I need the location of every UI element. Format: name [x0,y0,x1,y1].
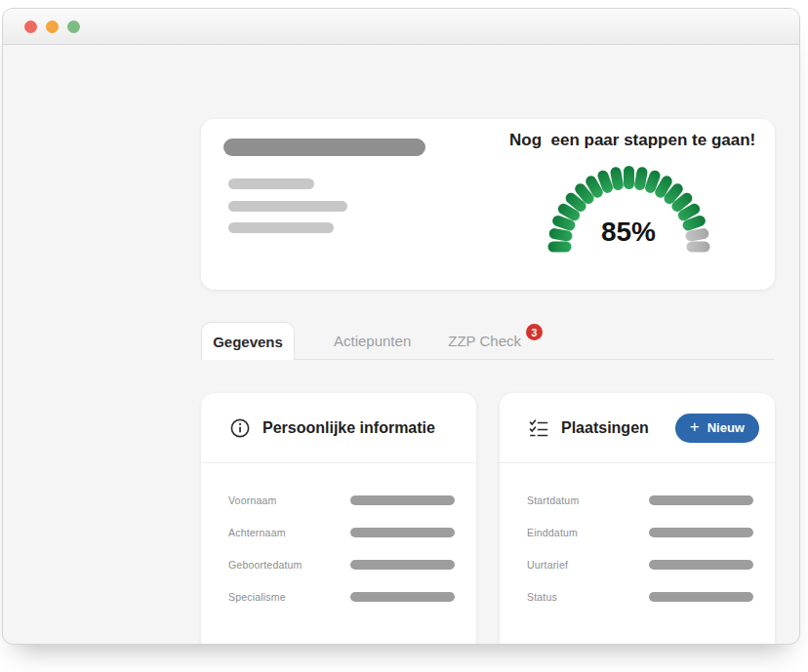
skeleton-line [228,222,334,233]
personal-info-card: Persoonlijke informatie Voornaam Achtern… [201,393,476,645]
skeleton-line [228,201,347,212]
field-row: Uurtarief [527,548,753,580]
value-placeholder [350,592,455,602]
close-button[interactable] [24,20,37,33]
app-window: Nog een paar stappen te gaan! 85% Gegeve… [2,8,800,645]
gauge-segment-filled [547,242,571,253]
field-row: Status [527,580,753,613]
zoom-button[interactable] [67,20,80,33]
checklist-icon [529,418,548,438]
field-label: Startdatum [527,494,579,506]
field-label: Voornaam [228,494,276,506]
skeleton-title-bar [223,138,425,156]
plus-icon: + [690,418,700,435]
placements-card: Plaatsingen + Nieuw Startdatum Einddatum [500,393,775,645]
value-placeholder [350,560,455,570]
profile-summary-card: Nog een paar stappen te gaan! 85% [201,119,775,290]
tab-label: Actiepunten [334,333,411,349]
card-title: Persoonlijke informatie [263,419,435,437]
field-label: Status [527,591,557,603]
tab-label: Gegevens [213,334,283,350]
field-label: Einddatum [527,527,578,538]
card-header: Plaatsingen + Nieuw [500,393,775,463]
card-body: Voornaam Achternaam Geboortedatum Specia… [201,463,476,613]
tab-gegevens[interactable]: Gegevens [201,322,295,360]
page-content: Nog een paar stappen te gaan! 85% Gegeve… [3,45,799,644]
tab-label: ZZP Check [448,333,521,349]
field-row: Startdatum [527,484,753,516]
cards-row: Persoonlijke informatie Voornaam Achtern… [201,393,775,645]
progress-gauge: 85% [509,119,747,290]
tab-zzp-check[interactable]: ZZP Check 3 [448,322,538,360]
field-label: Achternaam [228,527,286,538]
tab-actiepunten[interactable]: Actiepunten [334,322,411,360]
card-body: Startdatum Einddatum Uurtarief Status [500,463,775,613]
value-placeholder [649,528,753,537]
gauge-segment-empty [686,242,709,253]
minimize-button[interactable] [46,20,59,33]
field-row: Einddatum [527,516,753,548]
field-label: Geboortedatum [228,559,303,571]
field-label: Specialisme [228,591,286,603]
skeleton-line [228,178,314,189]
value-placeholder [649,560,753,570]
info-icon [230,418,250,438]
value-placeholder [649,592,753,602]
field-row: Specialisme [228,580,455,613]
gauge-value: 85% [509,217,747,248]
field-row: Achternaam [228,516,455,548]
window-titlebar[interactable] [3,9,799,45]
card-title: Plaatsingen [561,419,649,437]
progress-gauge-area: Nog een paar stappen te gaan! 85% [509,119,747,290]
notification-badge: 3 [526,324,543,340]
field-row: Geboortedatum [228,548,455,580]
field-label: Uurtarief [527,559,568,571]
card-header: Persoonlijke informatie [201,393,476,463]
value-placeholder [649,495,753,505]
value-placeholder [350,495,455,505]
value-placeholder [350,528,455,537]
new-button-label: Nieuw [707,420,745,435]
field-row: Voornaam [228,484,455,516]
gauge-segment-filled [624,166,634,189]
tab-bar: Gegevens Actiepunten ZZP Check 3 [201,322,538,360]
new-placement-button[interactable]: + Nieuw [675,414,759,443]
